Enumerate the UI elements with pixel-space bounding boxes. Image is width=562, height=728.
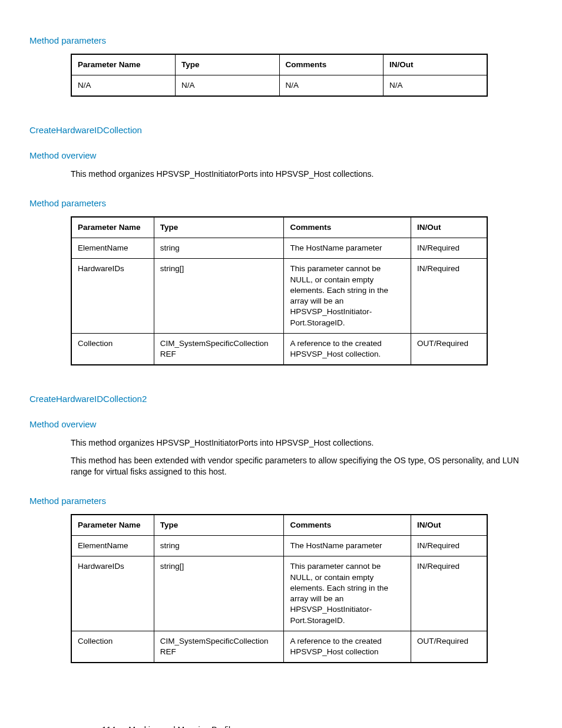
- cell: N/A: [176, 75, 280, 97]
- heading-method-parameters-2: Method parameters: [29, 198, 533, 208]
- cell: IN/Required: [411, 556, 487, 631]
- cell: string[]: [154, 556, 284, 631]
- col-header: IN/Out: [411, 217, 487, 238]
- cell: Collection: [71, 631, 154, 663]
- overview-text-3b: This method has been extended with vendo…: [71, 455, 533, 478]
- overview-text-3a: This method organizes HPSVSP_HostInitiat…: [71, 437, 533, 449]
- cell: string: [154, 536, 284, 556]
- cell: string[]: [154, 259, 284, 333]
- cell: CIM_SystemSpecificCollection REF: [154, 631, 284, 663]
- cell: ElementName: [71, 238, 154, 259]
- table-row: Parameter Name Type Comments IN/Out: [71, 54, 487, 75]
- heading-method-parameters-1: Method parameters: [29, 35, 533, 45]
- cell: HardwareIDs: [71, 259, 154, 333]
- cell: OUT/Required: [411, 631, 487, 663]
- heading-createhardwareidcollection2: CreateHardwareIDCollection2: [29, 394, 533, 404]
- col-header: IN/Out: [411, 515, 487, 536]
- cell: The HostName parameter: [284, 536, 411, 556]
- cell: IN/Required: [411, 259, 487, 333]
- table-row: Parameter Name Type Comments IN/Out: [71, 515, 487, 536]
- cell: string: [154, 238, 284, 259]
- col-header: Type: [176, 54, 280, 75]
- footer-title: Masking and Mapping Profile: [128, 725, 235, 728]
- heading-method-overview-2: Method overview: [29, 150, 533, 160]
- col-header: Parameter Name: [71, 515, 154, 536]
- col-header: Type: [154, 515, 284, 536]
- cell: The HostName parameter: [284, 238, 411, 259]
- cell: IN/Required: [411, 536, 487, 556]
- table-row: Collection CIM_SystemSpecificCollection …: [71, 333, 487, 365]
- cell: This parameter cannot be NULL, or contai…: [284, 259, 411, 333]
- cell: OUT/Required: [411, 333, 487, 365]
- overview-text-2: This method organizes HPSVSP_HostInitiat…: [71, 169, 533, 180]
- cell: CIM_SystemSpecificCollection REF: [154, 333, 284, 365]
- page-footer: 114 Masking and Mapping Profile: [102, 725, 235, 728]
- cell: N/A: [279, 75, 384, 97]
- col-header: Comments: [279, 54, 384, 75]
- cell: IN/Required: [411, 238, 487, 259]
- col-header: Comments: [284, 515, 411, 536]
- col-header: Parameter Name: [71, 217, 154, 238]
- table-2: Parameter Name Type Comments IN/Out Elem…: [71, 216, 488, 365]
- page-number: 114: [102, 725, 115, 728]
- table-3: Parameter Name Type Comments IN/Out Elem…: [71, 514, 488, 663]
- table-row: HardwareIDs string[] This parameter cann…: [71, 259, 487, 333]
- table-row: Parameter Name Type Comments IN/Out: [71, 217, 487, 238]
- cell: This parameter cannot be NULL, or contai…: [284, 556, 411, 631]
- cell: A reference to the created HPSVSP_Host c…: [284, 631, 411, 663]
- table-row: ElementName string The HostName paramete…: [71, 536, 487, 556]
- col-header: Parameter Name: [71, 54, 176, 75]
- cell: N/A: [71, 75, 176, 97]
- heading-createhardwareidcollection: CreateHardwareIDCollection: [29, 125, 533, 135]
- col-header: IN/Out: [384, 54, 488, 75]
- heading-method-parameters-3: Method parameters: [29, 496, 533, 506]
- col-header: Type: [154, 217, 284, 238]
- table-row: ElementName string The HostName paramete…: [71, 238, 487, 259]
- cell: Collection: [71, 333, 154, 365]
- table-row: HardwareIDs string[] This parameter cann…: [71, 556, 487, 631]
- cell: HardwareIDs: [71, 556, 154, 631]
- table-1: Parameter Name Type Comments IN/Out N/A …: [71, 54, 488, 97]
- cell: N/A: [384, 75, 488, 97]
- table-row: N/A N/A N/A N/A: [71, 75, 487, 97]
- heading-method-overview-3: Method overview: [29, 419, 533, 429]
- cell: A reference to the created HPSVSP_Host c…: [284, 333, 411, 365]
- table-row: Collection CIM_SystemSpecificCollection …: [71, 631, 487, 663]
- col-header: Comments: [284, 217, 411, 238]
- cell: ElementName: [71, 536, 154, 556]
